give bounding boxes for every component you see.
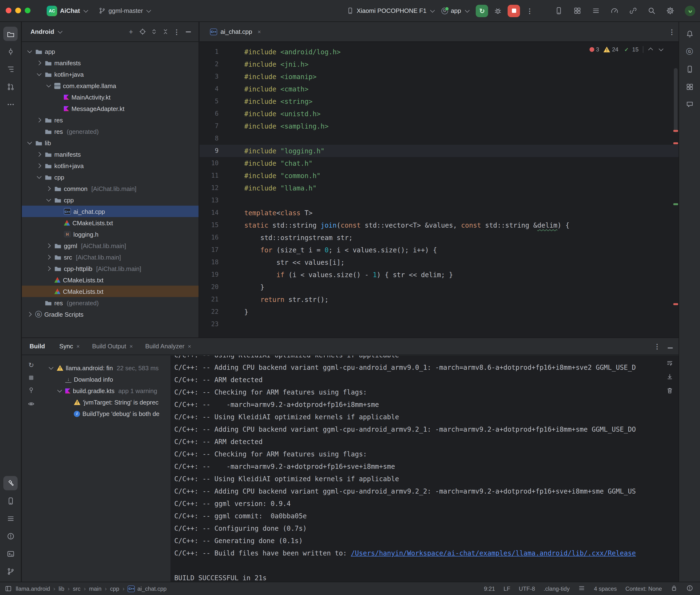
- breadcrumb-lib[interactable]: lib: [59, 585, 64, 592]
- assistant-tool-button[interactable]: [682, 97, 697, 111]
- close-tab-icon[interactable]: ×: [130, 343, 133, 349]
- close-tab-icon[interactable]: ×: [256, 28, 263, 35]
- minimize-build-panel-button[interactable]: [668, 343, 673, 350]
- line-separator[interactable]: LF: [504, 585, 510, 592]
- close-tab-icon[interactable]: ×: [77, 343, 80, 349]
- sync-tree-item[interactable]: build.gradle.ktsapp 1 warning: [40, 385, 171, 396]
- tree-item-com-example-llama[interactable]: com.example.llama: [22, 80, 199, 91]
- more-tool-windows-button[interactable]: [3, 97, 18, 111]
- chevron-right-icon[interactable]: [46, 254, 52, 260]
- editor-tabs-menu[interactable]: ⋮: [665, 28, 678, 35]
- search-everywhere-icon[interactable]: [648, 7, 656, 15]
- chevron-right-icon[interactable]: [36, 151, 43, 158]
- maximize-window-button[interactable]: [25, 8, 30, 13]
- sync-tree-item[interactable]: !'jvmTarget: String' is deprec: [40, 396, 171, 408]
- preview-icon[interactable]: [28, 400, 35, 409]
- warnings-count[interactable]: !24: [604, 46, 619, 53]
- app-quality-insights-tool-button[interactable]: [682, 80, 697, 94]
- code-line-6[interactable]: 6#include <unistd.h>: [200, 108, 678, 120]
- re-sync-icon[interactable]: ↻: [27, 361, 35, 369]
- profile-avatar[interactable]: [685, 5, 695, 16]
- code-line-14[interactable]: 14template<class T>: [200, 207, 678, 219]
- tree-item-res[interactable]: res(generated): [22, 126, 199, 137]
- collapse-all-button[interactable]: [160, 26, 171, 37]
- chevron-right-icon[interactable]: [36, 117, 43, 123]
- code-line-16[interactable]: 16 std::ostringstream str;: [200, 231, 678, 244]
- tree-item-common[interactable]: common[AiChat.lib.main]: [22, 183, 199, 194]
- context-widget[interactable]: Context: None: [625, 585, 662, 592]
- tree-item-cpp-httplib[interactable]: cpp-httplib[AiChat.lib.main]: [22, 263, 199, 274]
- project-tool-button[interactable]: [3, 27, 18, 41]
- code-line-22[interactable]: 22}: [200, 306, 678, 318]
- change-stripe-mark[interactable]: [673, 203, 678, 205]
- build-options-menu[interactable]: ⋮: [653, 342, 661, 350]
- tree-item-logging-h[interactable]: Hlogging.h: [22, 229, 199, 240]
- code-with-me-icon[interactable]: [629, 7, 637, 15]
- error-stripe-mark[interactable]: [673, 303, 678, 305]
- code-line-23[interactable]: 23: [200, 318, 678, 331]
- build-window-title[interactable]: Build: [30, 343, 45, 350]
- soft-wrap-icon[interactable]: [666, 359, 673, 368]
- notifications-tool-button[interactable]: [682, 27, 697, 41]
- tree-item-ai-chat-cpp[interactable]: C++ai_chat.cpp: [22, 206, 199, 217]
- file-encoding[interactable]: UTF-8: [519, 585, 535, 592]
- clang-tidy-status[interactable]: .clang-tidy: [543, 585, 569, 592]
- sync-tree-item[interactable]: iBuildType 'debug' is both de: [40, 408, 171, 419]
- chevron-down-icon[interactable]: [27, 48, 33, 55]
- code-line-2[interactable]: 2#include <jni.h>: [200, 58, 678, 70]
- breadcrumb-ai-chat-cpp[interactable]: C++ai_chat.cpp: [128, 585, 167, 592]
- inspections-widget[interactable]: 3 !24 ✓15: [589, 46, 664, 53]
- status-problems-icon[interactable]: [686, 584, 693, 593]
- tree-item-cpp[interactable]: cpp: [22, 194, 199, 206]
- todo-icon[interactable]: [592, 7, 600, 15]
- commit-tool-button[interactable]: [3, 44, 18, 59]
- code-line-12[interactable]: 12#include "llama.h": [200, 182, 678, 194]
- tree-item-cmakelists-txt[interactable]: CMakeLists.txt: [22, 217, 199, 229]
- stop-button[interactable]: [508, 4, 520, 17]
- chevron-down-icon[interactable]: [27, 140, 33, 146]
- sync-tree-item[interactable]: !llama.android: fin22 sec, 583 ms: [40, 362, 171, 374]
- rerun-button[interactable]: ↻: [476, 4, 488, 17]
- error-stripe-mark[interactable]: [673, 142, 678, 144]
- code-line-17[interactable]: 17 for (size_t i = 0; i < values.size();…: [200, 244, 678, 256]
- indent-style[interactable]: 4 spaces: [594, 585, 617, 592]
- pull-requests-tool-button[interactable]: [3, 80, 18, 94]
- build-tab-build-output[interactable]: Build Output×: [92, 338, 133, 355]
- problems-tool-button[interactable]: [3, 529, 18, 543]
- code-line-21[interactable]: 21 return str.str();: [200, 293, 678, 306]
- tree-item-ggml[interactable]: ggml[AiChat.lib.main]: [22, 240, 199, 251]
- lock-icon[interactable]: [670, 584, 678, 593]
- tree-item-src[interactable]: src[AiChat.lib.main]: [22, 251, 199, 263]
- build-tab-sync[interactable]: Sync×: [59, 338, 80, 355]
- run-configuration-selector[interactable]: G app: [441, 7, 470, 14]
- expand-all-button[interactable]: [148, 26, 160, 37]
- gradle-tool-button[interactable]: G: [682, 44, 697, 59]
- tree-item-cmakelists-txt[interactable]: CMakeLists.txt: [22, 274, 199, 286]
- chevron-right-icon[interactable]: [36, 60, 43, 66]
- build-tab-build-analyzer[interactable]: Build Analyzer×: [145, 338, 191, 355]
- device-manager-tool-button[interactable]: [3, 493, 18, 508]
- code-line-7[interactable]: 7#include <sampling.h>: [200, 120, 678, 132]
- chevron-right-icon[interactable]: [46, 243, 52, 249]
- sync-tree-item[interactable]: ↓Download info: [40, 374, 171, 385]
- chevron-right-icon[interactable]: [46, 186, 52, 192]
- close-window-button[interactable]: [6, 8, 11, 13]
- code-style-icon[interactable]: [578, 584, 585, 593]
- editor-tab-ai-chat-cpp[interactable]: C++ ai_chat.cpp ×: [205, 22, 268, 42]
- tree-item-gradle-scripts[interactable]: GGradle Scripts: [22, 309, 199, 320]
- pin-icon[interactable]: [28, 387, 35, 395]
- running-devices-tool-button[interactable]: [682, 62, 697, 76]
- next-problem-icon[interactable]: [658, 47, 664, 53]
- tree-item-manifests[interactable]: manifests: [22, 57, 199, 68]
- tree-item-messageadapter-kt[interactable]: MessageAdapter.kt: [22, 103, 199, 114]
- tree-item-res[interactable]: res: [22, 114, 199, 126]
- chevron-down-icon[interactable]: [48, 365, 54, 371]
- chevron-right-icon[interactable]: [36, 163, 43, 169]
- passed-inspections-count[interactable]: ✓15: [623, 46, 639, 53]
- vcs-branch-widget[interactable]: ggml-master: [99, 7, 152, 14]
- tree-item-cpp[interactable]: cpp: [22, 171, 199, 183]
- device-selector[interactable]: Xiaomi POCOPHONE F1: [346, 7, 436, 14]
- debug-button[interactable]: [494, 7, 502, 15]
- select-opened-file-button[interactable]: +: [125, 26, 137, 37]
- breadcrumb-main[interactable]: main: [89, 585, 102, 592]
